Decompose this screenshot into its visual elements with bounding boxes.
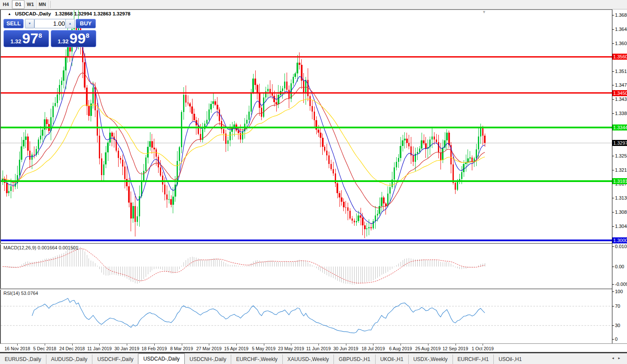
date-label: 5 Dec 2018 xyxy=(33,346,56,351)
price-axis[interactable]: 1.368801.364501.360201.351701.347401.343… xyxy=(612,9,627,343)
date-label: 11 Jan 2019 xyxy=(87,346,112,351)
candle-body xyxy=(34,155,35,155)
tab-scroll-right-icon[interactable]: ▸ xyxy=(618,356,624,360)
date-label: 30 Jun 2019 xyxy=(333,346,358,351)
candle-body xyxy=(434,136,435,140)
candle-body xyxy=(168,199,169,200)
candle-body xyxy=(263,97,264,117)
candle-body xyxy=(440,152,441,160)
date-label: 27 Mar 2019 xyxy=(196,346,222,351)
volume-increase-button[interactable]: ▲ xyxy=(65,19,75,28)
date-tick xyxy=(154,344,155,346)
candle-body xyxy=(19,160,20,175)
candle-body xyxy=(223,129,224,134)
chart-tab-usdcnh-daily[interactable]: USDCNH-,Daily xyxy=(185,355,231,364)
candle-body xyxy=(354,221,355,223)
candle-body xyxy=(387,194,388,206)
candle-body xyxy=(128,186,129,203)
candle-body xyxy=(61,81,62,85)
price-tick-label: 1.36450 xyxy=(615,27,627,32)
sell-button[interactable]: SELL xyxy=(3,19,24,28)
candle-body xyxy=(57,94,58,103)
candle-body xyxy=(181,112,182,147)
candle-body xyxy=(145,158,147,171)
collapse-one-click-icon[interactable]: ▲ xyxy=(8,12,11,16)
candle-body xyxy=(259,92,260,108)
candle-body xyxy=(55,103,56,106)
volume-decrease-button[interactable]: ▼ xyxy=(25,19,34,28)
timeframe-button-mn[interactable]: MN xyxy=(37,0,49,9)
tab-scroll-left-icon[interactable]: ◂ xyxy=(612,356,618,360)
candle-body xyxy=(366,228,367,229)
date-axis[interactable]: 16 Nov 20185 Dec 201824 Dec 201811 Jan 2… xyxy=(0,343,627,352)
tab-scroll-arrows[interactable]: ◂▸ xyxy=(612,356,624,360)
candle-body xyxy=(333,169,334,173)
candle-body xyxy=(400,146,401,158)
candle-body xyxy=(356,221,357,223)
candle-body xyxy=(193,114,195,120)
candle-body xyxy=(124,167,125,179)
candle-body xyxy=(413,155,414,162)
chart-tab-xauusd-weekly[interactable]: XAUUSD-,Weekly xyxy=(282,355,333,364)
candle-body xyxy=(457,182,458,189)
candle-body xyxy=(227,140,229,144)
candle-body xyxy=(160,167,161,176)
sell-price-prefix: 1.32 xyxy=(10,38,21,45)
sell-price-big: 97 xyxy=(22,30,39,46)
chart-tab-audusd-daily[interactable]: AUDUSD-,Daily xyxy=(46,355,92,364)
candle-body xyxy=(120,158,121,160)
candle-body xyxy=(446,133,447,141)
candle-body xyxy=(46,119,47,124)
chart-tab-usdx-weekly[interactable]: USDX-,Weekly xyxy=(408,355,453,364)
candle-body xyxy=(402,140,403,146)
chart-tab-gbpusd-h1[interactable]: GBPUSD-,H1 xyxy=(333,355,375,364)
candle-body xyxy=(12,186,14,187)
candle-body xyxy=(299,63,300,65)
date-tick xyxy=(318,344,319,346)
price-tick-label: 1.35170 xyxy=(615,69,627,74)
timeframe-button-d1[interactable]: D1 xyxy=(12,0,24,9)
candle-body xyxy=(118,151,119,158)
timeframe-button-h4[interactable]: H4 xyxy=(0,0,12,9)
volume-input[interactable]: 1.00 xyxy=(34,19,69,28)
buy-price-sup: 8 xyxy=(86,32,89,39)
candle-body xyxy=(156,149,157,157)
rsi-pane[interactable] xyxy=(1,290,612,343)
candle-body xyxy=(322,138,323,147)
price-level-label: 1.32978 xyxy=(612,140,627,146)
date-label: 18 Feb 2019 xyxy=(141,346,167,351)
buy-price-button[interactable]: 1.32 99 8 xyxy=(51,30,96,47)
chart-tab-usoil-h1[interactable]: USOil-,H1 xyxy=(493,355,526,364)
chart-tab-usdcad-daily[interactable]: USDCAD-,Daily xyxy=(138,353,185,364)
price-tick-label: 1.32590 xyxy=(615,153,627,158)
date-tick xyxy=(45,344,45,346)
candle-body xyxy=(31,155,33,159)
axis-tick xyxy=(612,339,614,340)
axis-tick xyxy=(612,15,614,15)
macd-indicator-label: MACD(12,26,9) 0.001664 0.001501 xyxy=(3,245,78,250)
chart-tab-eurchf-h1[interactable]: EURCHF-,H1 xyxy=(453,355,494,364)
date-tick xyxy=(264,344,264,346)
date-label: 30 Jan 2019 xyxy=(114,346,139,351)
buy-button[interactable]: BUY xyxy=(76,19,96,28)
candle-body xyxy=(170,199,171,205)
macd-signal-line xyxy=(3,249,485,283)
timeframe-button-w1[interactable]: W1 xyxy=(24,0,37,9)
chart-tab-eurusd-daily[interactable]: EURUSD-,Daily xyxy=(0,355,46,364)
candle-body xyxy=(284,82,285,88)
candle-body xyxy=(375,215,376,221)
candle-body xyxy=(212,101,214,104)
axis-tick xyxy=(612,170,614,170)
chart-tab-eurchf-weekly[interactable]: EURCHF-,Weekly xyxy=(231,355,282,364)
chart-tab-usdchf-daily[interactable]: USDCHF-,Daily xyxy=(92,355,138,364)
sell-price-button[interactable]: 1.32 97 8 xyxy=(3,30,49,47)
candle-body xyxy=(164,185,165,195)
chart-shift-marker-icon[interactable]: ▼ xyxy=(482,10,486,14)
chart-tab-ukoil-h1[interactable]: UKOil-,H1 xyxy=(375,355,408,364)
date-tick xyxy=(209,344,209,346)
date-tick xyxy=(99,344,100,346)
macd-pane[interactable] xyxy=(1,244,612,288)
candle-body xyxy=(442,148,443,160)
candle-body xyxy=(65,57,66,70)
date-tick xyxy=(428,344,428,346)
